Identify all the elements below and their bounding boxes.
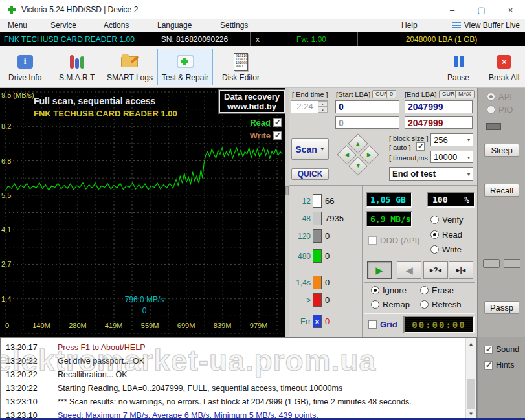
group-divider <box>364 313 475 313</box>
window-title: Victoria 5.24 HDD/SSD | Device 2 <box>21 5 138 14</box>
svg-text:559M: 559M <box>141 322 159 329</box>
activity-indicator <box>486 123 501 130</box>
ignore-radio[interactable] <box>371 286 379 294</box>
block-size-select[interactable]: 256▾ <box>430 133 473 146</box>
elapsed-timer-display: 00:00:00 <box>403 316 475 333</box>
binary-page-icon: 0101101100111010000001 <box>234 53 248 71</box>
test-repair-button[interactable]: Test & Repair <box>157 49 213 85</box>
auto-checkbox[interactable] <box>416 142 425 151</box>
timeout-label: [ timeout,ms ] <box>389 154 432 162</box>
burst-speed-marker: 796,0 MB/s <box>106 295 183 304</box>
auto-label: [ auto ] <box>389 144 411 151</box>
spin-down-icon[interactable]: ▾ <box>318 107 328 113</box>
mode-write-radio-row: Write <box>430 245 462 254</box>
quick-button[interactable]: QUICK <box>291 168 329 180</box>
svg-text:5,5: 5,5 <box>1 192 11 199</box>
histogram-error-box: × <box>313 315 322 328</box>
disk-editor-button[interactable]: 0101101100111010000001 Disk Editor <box>218 49 264 85</box>
break-all-button[interactable]: × Break All <box>484 49 524 85</box>
spin-up-icon[interactable]: ▴ <box>318 101 328 107</box>
grid-checkbox[interactable] <box>368 320 377 329</box>
svg-text:1,4: 1,4 <box>1 295 11 303</box>
remap-radio[interactable] <box>371 300 379 309</box>
read-checkbox-row: Read <box>250 118 282 127</box>
end-time-spinner[interactable]: 2:24 ▴▾ <box>291 100 328 113</box>
scrollbar-thumb[interactable] <box>467 379 475 409</box>
minimize-button[interactable]: – <box>438 0 467 19</box>
svg-text:6,8: 6,8 <box>1 157 11 165</box>
start-lba-input[interactable]: 0 <box>335 100 399 113</box>
mode-verify-radio-row: Verify <box>430 215 464 225</box>
menu-item-settings[interactable]: Settings <box>220 21 248 30</box>
histogram-box <box>313 293 322 307</box>
read-checkbox[interactable] <box>273 118 282 127</box>
end-lba-max-button[interactable]: MAX <box>455 90 475 98</box>
scroll-down-icon[interactable]: ▼ <box>466 408 476 419</box>
back-icon: ◀ <box>405 265 413 276</box>
svg-text:280M: 280M <box>69 322 87 329</box>
butterfly-button[interactable]: ▸|◂ <box>449 261 473 279</box>
start-test-button[interactable]: ▶ <box>367 261 392 279</box>
svg-text:4,1: 4,1 <box>1 226 11 234</box>
scan-button[interactable]: Scan▼ <box>291 138 329 160</box>
right-side-panel: API PIO Sleep Recall Passp <box>477 88 525 337</box>
graph-splitter[interactable] <box>285 88 289 337</box>
sleep-button[interactable]: Sleep <box>484 144 519 157</box>
histogram-box <box>313 276 322 289</box>
victoria-app-window: Victoria 5.24 HDD/SSD | Device 2 – ▢ × M… <box>0 0 525 420</box>
smart-logs-button[interactable]: SMART Logs <box>102 49 157 85</box>
menu-item-language[interactable]: Language <box>157 21 192 30</box>
action-refresh-radio-row: Refresh <box>420 300 462 309</box>
timeout-select[interactable]: 10000▾ <box>430 151 473 163</box>
back-button[interactable]: ◀ <box>397 261 421 279</box>
api-radio <box>487 93 495 101</box>
menu-item-menu[interactable]: Menu <box>8 21 27 30</box>
device-model: FNK TECHUSB CARD READER 1.00 <box>0 32 139 46</box>
close-button[interactable]: × <box>496 0 525 19</box>
seek-question-icon: ▸?◂ <box>430 266 441 274</box>
device-serial: SN: 816820090226 <box>139 32 251 46</box>
graph-title: Full scan, sequential access <box>34 96 155 106</box>
sound-checkbox[interactable] <box>484 346 493 354</box>
first-aid-icon <box>177 55 194 68</box>
title-bar: Victoria 5.24 HDD/SSD | Device 2 – ▢ × <box>0 0 525 19</box>
hints-checkbox[interactable] <box>484 361 493 370</box>
svg-text:9,5 (MB/s): 9,5 (MB/s) <box>1 91 34 99</box>
menu-item-actions[interactable]: Actions <box>104 21 129 30</box>
test-control-panel: [ End time ] [Start LBA] CUR 0 [End LBA]… <box>289 88 477 337</box>
menu-item-service[interactable]: Service <box>50 21 76 30</box>
histogram-row: 1,4s 0 <box>289 276 330 289</box>
pio-radio-row: PIO <box>487 105 513 115</box>
histogram-row: 12 66 <box>289 194 334 208</box>
log-scrollbar[interactable]: ▲ ▼ <box>465 338 476 419</box>
maximize-button[interactable]: ▢ <box>467 0 496 19</box>
read-radio[interactable] <box>430 230 439 239</box>
pause-button[interactable]: Pause <box>443 49 474 85</box>
seek-test-button[interactable]: ▸?◂ <box>423 261 448 279</box>
refresh-radio[interactable] <box>420 300 429 309</box>
end-lba-secondary: 2047999 <box>405 116 473 129</box>
end-of-test-select[interactable]: End of test▾ <box>389 167 473 181</box>
view-buffer-live-button[interactable]: View Buffer Live <box>452 21 520 30</box>
scroll-up-icon[interactable]: ▲ <box>466 338 476 349</box>
write-radio[interactable] <box>430 245 439 254</box>
start-lba-zero-button[interactable]: 0 <box>386 90 396 98</box>
verify-radio[interactable] <box>430 216 439 224</box>
start-lba-secondary: 0 <box>335 116 399 129</box>
marker-zero: 0 <box>106 306 183 315</box>
recall-button[interactable]: Recall <box>484 184 519 197</box>
histogram-row: Err × 0 <box>289 315 330 328</box>
bottom-right-panel: Sound Hints <box>477 337 525 420</box>
device-close-x[interactable]: x <box>251 32 265 46</box>
group-divider <box>364 282 475 283</box>
erase-radio[interactable] <box>420 286 429 294</box>
drive-info-button[interactable]: i Drive Info <box>4 49 46 85</box>
menu-item-help[interactable]: Help <box>401 21 418 30</box>
passport-button[interactable]: Passp <box>484 301 519 314</box>
svg-text:2,7: 2,7 <box>1 260 11 268</box>
smart-button[interactable]: S.M.A.R.T <box>54 49 99 85</box>
pause-icon <box>454 56 464 67</box>
write-checkbox[interactable] <box>273 131 282 140</box>
end-lba-input[interactable]: 2047999 <box>405 100 473 113</box>
histogram-row: > 0 <box>289 293 330 307</box>
